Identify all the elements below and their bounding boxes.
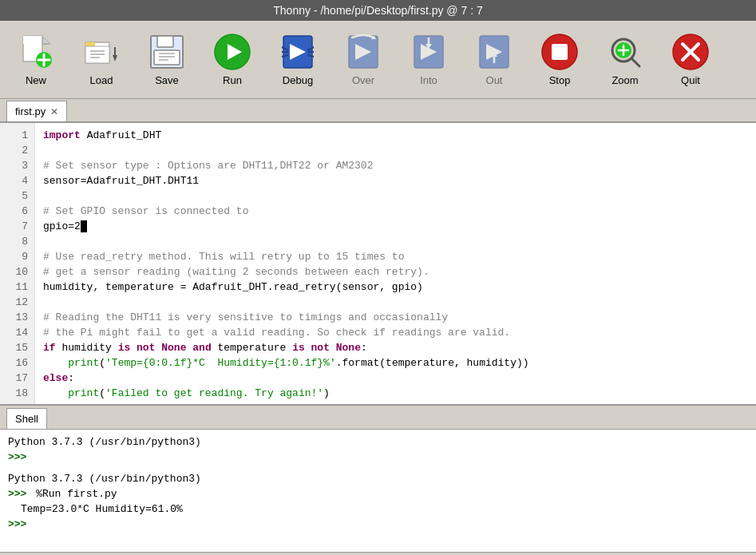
zoom-icon [606,33,644,71]
statusbar: https://blog.csdn.net/qq_41071754 [0,552,756,555]
debug-label: Debug [283,74,313,86]
stop-button[interactable]: Stop [528,26,591,93]
load-button[interactable]: Load [70,26,133,93]
line-numbers: 12345 678910 1112131415 161718 [0,123,35,404]
quit-label: Quit [681,74,700,86]
new-button[interactable]: New [5,26,67,93]
out-icon [475,33,513,71]
svg-line-46 [631,58,639,66]
shell-tab-label: Shell [15,413,38,425]
shell-tab[interactable]: Shell [6,408,47,429]
load-label: Load [90,74,113,86]
shell-prompt-1: >>> [8,450,748,465]
new-label: New [26,74,46,86]
quit-button[interactable]: Quit [659,26,722,93]
zoom-label: Zoom [612,74,638,86]
svg-rect-44 [552,44,568,60]
shell-python-version-1: Python 3.7.3 (/usr/bin/python3) [8,434,748,450]
save-icon [148,33,186,71]
over-icon [344,33,382,71]
quit-icon [671,33,710,71]
svg-marker-1 [42,36,50,44]
new-icon [17,33,55,71]
code-editor: 12345 678910 1112131415 161718 import Ad… [0,123,756,404]
editor-tab-label: first.py [15,105,46,117]
run-icon [213,33,251,71]
into-label: Into [420,74,437,86]
debug-button[interactable]: Debug [267,26,329,93]
shell-panel: Shell Python 3.7.3 (/usr/bin/python3) >>… [0,404,756,552]
over-button[interactable]: Over [332,26,394,93]
svg-rect-18 [154,50,180,65]
code-text[interactable]: import Adafruit_DHT # Set sensor type : … [35,123,756,404]
over-label: Over [352,74,374,86]
run-label: Run [223,74,242,86]
titlebar-text: Thonny - /home/pi/Desktop/first.py @ 7 :… [273,4,482,17]
into-button[interactable]: Into [398,26,460,93]
debug-icon [279,33,317,71]
shell-python-version-2: Python 3.7.3 (/usr/bin/python3) [8,471,748,486]
into-icon [410,33,448,71]
load-icon [82,33,121,71]
stop-icon [540,33,579,71]
svg-rect-9 [85,42,95,46]
svg-rect-2 [23,36,42,44]
editor-tab-firstpy[interactable]: first.py ✕ [6,101,67,121]
out-button[interactable]: Out [463,26,525,93]
shell-prompt-2: >>> [8,517,748,532]
editor-tabbar: first.py ✕ [0,99,756,123]
shell-run-line: >>> %Run first.py [8,486,748,501]
shell-output-line: Temp=23.0*C Humidity=61.0% [8,501,748,517]
run-button[interactable]: Run [201,26,263,93]
toolbar: New Load Save [0,21,756,99]
titlebar: Thonny - /home/pi/Desktop/first.py @ 7 :… [0,0,756,21]
save-button[interactable]: Save [136,26,198,93]
tab-close-icon[interactable]: ✕ [50,106,58,117]
save-label: Save [155,74,179,86]
out-label: Out [486,74,503,86]
shell-content[interactable]: Python 3.7.3 (/usr/bin/python3) >>> Pyth… [0,430,756,552]
stop-label: Stop [549,74,571,86]
zoom-button[interactable]: Zoom [594,26,656,93]
svg-rect-17 [157,36,173,47]
svg-marker-14 [113,55,117,61]
shell-tabbar: Shell [0,406,756,430]
